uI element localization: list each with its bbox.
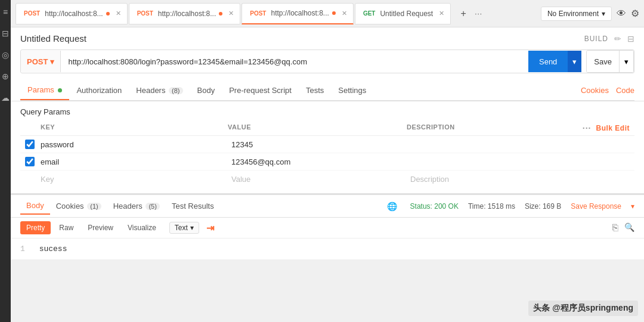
- tab-params[interactable]: Params: [20, 80, 69, 100]
- query-params-title: Query Params: [20, 107, 634, 116]
- save-btn-group: Save ▾: [586, 50, 634, 73]
- save-dropdown-button[interactable]: ▾: [619, 51, 633, 72]
- tab-2[interactable]: POST http://localhost:8... ✕: [129, 3, 241, 24]
- tab-3-close[interactable]: ✕: [342, 10, 347, 17]
- text-format-arrow: ▾: [190, 224, 194, 232]
- save-icon[interactable]: ⊟: [627, 34, 634, 44]
- new-tab-button[interactable]: +: [457, 7, 470, 20]
- tab-settings[interactable]: Settings: [331, 81, 373, 100]
- format-preview[interactable]: Preview: [82, 221, 119, 234]
- env-selector: No Environment ▾ 👁 ⚙: [541, 7, 639, 21]
- tab-2-close[interactable]: ✕: [228, 10, 234, 17]
- save-response-button[interactable]: Save Response: [571, 202, 621, 210]
- tab-tests[interactable]: Tests: [299, 81, 331, 100]
- bulk-edit-link[interactable]: Bulk Edit: [596, 124, 630, 132]
- param-2-value[interactable]: 123456@qq.com: [231, 157, 410, 166]
- save-response-dropdown[interactable]: ▾: [631, 202, 634, 210]
- tab-4[interactable]: GET Untitled Request ✕: [355, 3, 451, 24]
- placeholder-key[interactable]: Key: [41, 175, 231, 184]
- sidebar-icon-history[interactable]: ⊟: [0, 26, 11, 41]
- tab-1[interactable]: POST http://localhost:8... ✕: [16, 3, 128, 24]
- cookies-link[interactable]: Cookies: [581, 86, 609, 95]
- env-label: No Environment: [547, 10, 599, 18]
- three-dots-header[interactable]: ···: [583, 123, 592, 133]
- tab-3-method: POST: [248, 10, 268, 17]
- url-bar: POST ▾ Send ▾ Save ▾: [20, 49, 634, 73]
- resp-tab-headers[interactable]: Headers (5): [107, 198, 166, 214]
- tab-authorization[interactable]: Authorization: [69, 81, 129, 100]
- tab-prerequest-label: Pre-request Script: [229, 86, 292, 95]
- tab-headers[interactable]: Headers (8): [129, 81, 190, 100]
- resp-tab-test-results[interactable]: Test Results: [166, 198, 220, 214]
- params-section: Query Params KEY VALUE DESCRIPTION ··· B…: [11, 101, 644, 193]
- method-label: POST: [27, 57, 48, 66]
- param-row-2: email 123456@qq.com: [20, 153, 634, 171]
- env-arrow: ▾: [602, 10, 605, 18]
- tab-headers-label: Headers: [136, 86, 165, 95]
- sidebar-icon-menu[interactable]: ≡: [1, 5, 10, 19]
- watermark: 头条 @程序员springmeng: [528, 301, 638, 316]
- url-input[interactable]: [61, 51, 528, 72]
- resp-tab-cookies-label: Cookies: [56, 202, 84, 210]
- param-2-key[interactable]: email: [41, 157, 231, 166]
- resp-tab-cookies[interactable]: Cookies (1): [50, 198, 107, 214]
- tab-more-button[interactable]: ···: [475, 10, 482, 18]
- format-raw[interactable]: Raw: [53, 221, 79, 234]
- resp-body-toolbar: Pretty Raw Preview Visualize Text ▾ ⇥ ⎘ …: [11, 218, 644, 239]
- status-ok: Status: 200 OK: [410, 202, 459, 210]
- tab-body[interactable]: Body: [190, 81, 222, 100]
- code-link[interactable]: Code: [616, 86, 634, 95]
- send-btn-group: Send ▾: [528, 51, 581, 72]
- sidebar-icon-cloud[interactable]: ☁: [0, 91, 12, 105]
- resp-tab-body[interactable]: Body: [20, 197, 50, 215]
- col-desc-header: DESCRIPTION: [407, 123, 582, 133]
- eye-icon[interactable]: 👁: [617, 8, 626, 19]
- param-2-checkbox[interactable]: [25, 157, 35, 166]
- indent-icon[interactable]: ⇥: [206, 222, 214, 234]
- col-actions-header: ··· Bulk Edit: [582, 123, 630, 133]
- line-number-1: 1: [20, 244, 25, 253]
- search-icon[interactable]: 🔍: [624, 222, 634, 233]
- placeholder-desc[interactable]: Description: [410, 175, 630, 184]
- edit-icon[interactable]: ✏: [614, 34, 621, 44]
- param-1-checkbox[interactable]: [25, 140, 35, 149]
- tab-authorization-label: Authorization: [76, 86, 122, 95]
- format-pretty[interactable]: Pretty: [20, 221, 51, 234]
- content-area: POST http://localhost:8... ✕ POST http:/…: [11, 0, 644, 322]
- tab-body-label: Body: [197, 86, 215, 95]
- tab-prerequest[interactable]: Pre-request Script: [222, 81, 299, 100]
- tab-4-close[interactable]: ✕: [439, 10, 444, 17]
- request-title: Untitled Request: [20, 33, 86, 44]
- title-actions: BUILD ✏ ⊟: [584, 34, 634, 44]
- sidebar-icon-env[interactable]: ⊕: [0, 69, 11, 83]
- text-format-select[interactable]: Text ▾: [169, 222, 199, 234]
- param-1-key[interactable]: password: [41, 140, 231, 149]
- build-label: BUILD: [584, 35, 608, 43]
- tab-3-dot: [332, 11, 336, 15]
- send-dropdown-button[interactable]: ▾: [568, 51, 581, 72]
- response-status-bar: 🌐 Status: 200 OK Time: 1518 ms Size: 169…: [387, 202, 634, 211]
- placeholder-value[interactable]: Value: [231, 175, 410, 184]
- param-1-value[interactable]: 12345: [231, 140, 410, 149]
- col-key-header: KEY: [25, 123, 228, 133]
- method-select[interactable]: POST ▾: [21, 51, 61, 72]
- method-arrow: ▾: [50, 57, 54, 66]
- tab-1-close[interactable]: ✕: [116, 10, 121, 17]
- send-button[interactable]: Send: [528, 51, 568, 72]
- resp-tab-headers-label: Headers: [113, 202, 143, 210]
- params-header: KEY VALUE DESCRIPTION ··· Bulk Edit: [20, 121, 634, 136]
- params-active-dot: [58, 88, 62, 92]
- tab-3[interactable]: POST http://localhost:8... ✕: [242, 3, 354, 24]
- code-area: 1 sucess: [11, 239, 644, 259]
- copy-icon[interactable]: ⎘: [612, 222, 618, 233]
- settings-icon[interactable]: ⚙: [631, 8, 639, 19]
- env-dropdown[interactable]: No Environment ▾: [541, 7, 612, 21]
- sidebar-icon-collections[interactable]: ◎: [0, 48, 11, 62]
- format-visualize[interactable]: Visualize: [122, 221, 162, 234]
- tab-1-url: http://localhost:8...: [45, 10, 103, 18]
- tab-3-url: http://localhost:8...: [271, 9, 329, 17]
- param-row-1: password 12345: [20, 136, 634, 153]
- tab-settings-label: Settings: [338, 86, 366, 95]
- response-area: Body Cookies (1) Headers (5) Test Result…: [11, 193, 644, 259]
- save-button[interactable]: Save: [587, 51, 619, 72]
